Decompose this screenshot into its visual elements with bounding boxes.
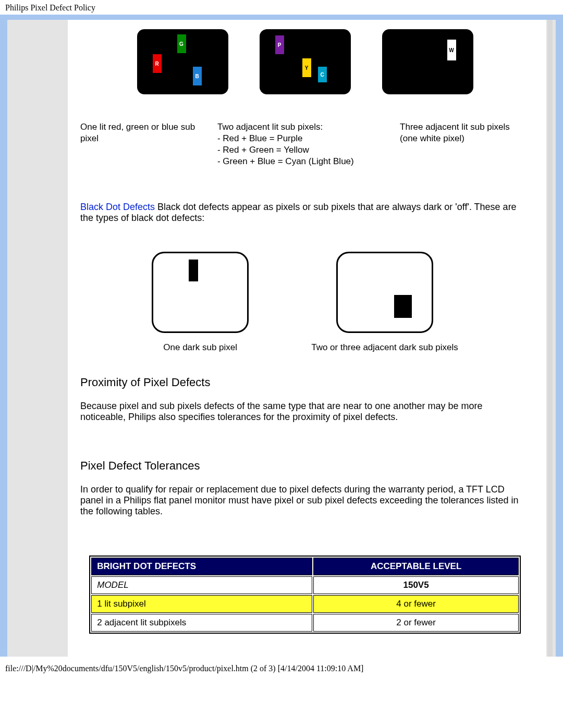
black-dot-paragraph: Black Dot Defects Black dot defects appe… bbox=[80, 202, 530, 224]
black-dot-defects-link[interactable]: Black Dot Defects bbox=[80, 202, 155, 212]
cell-row2-a: 2 adjacent lit subpixels bbox=[91, 614, 312, 632]
table-header-row: BRIGHT DOT DEFECTS ACCEPTABLE LEVEL bbox=[91, 558, 519, 575]
cell-row2-b: 2 or fewer bbox=[313, 614, 518, 632]
pixel-y-label: Y bbox=[305, 65, 309, 71]
pixel-r: R bbox=[153, 54, 162, 73]
tolerance-table: BRIGHT DOT DEFECTS ACCEPTABLE LEVEL MODE… bbox=[89, 556, 521, 634]
pixel-p: P bbox=[275, 35, 284, 54]
proximity-heading: Proximity of Pixel Defects bbox=[80, 376, 530, 389]
bright-dot-figure-row: R G B P Y C W bbox=[80, 20, 530, 101]
browser-tab-title: Philips Pixel Defect Policy bbox=[0, 0, 563, 14]
th-bright-dot: BRIGHT DOT DEFECTS bbox=[91, 558, 312, 575]
proximity-text: Because pixel and sub pixels defects of … bbox=[80, 401, 530, 423]
bright-dot-screen-rgb: R G B bbox=[137, 29, 228, 94]
dark-pixel-large bbox=[394, 295, 412, 318]
pixel-g: G bbox=[177, 34, 186, 53]
pixel-b-label: B bbox=[195, 73, 199, 79]
dark-dot-col-2: Two or three adjacent dark sub pixels bbox=[311, 252, 458, 353]
tolerances-heading: Pixel Defect Tolerances bbox=[80, 459, 530, 473]
caption-rgb: One lit red, green or blue sub pixel bbox=[80, 121, 210, 167]
outer-blue-frame: R G B P Y C W One lit bbox=[0, 15, 563, 657]
page-footer-path: file:///D|/My%20documents/dfu/150V5/engl… bbox=[0, 657, 563, 678]
cell-row1-a: 1 lit subpixel bbox=[91, 595, 312, 613]
dark-dot-caption-2: Two or three adjacent dark sub pixels bbox=[311, 342, 458, 353]
dark-dot-screen-2 bbox=[336, 252, 433, 333]
pixel-c: C bbox=[318, 67, 327, 82]
pixel-y: Y bbox=[302, 58, 311, 77]
document-card: R G B P Y C W One lit bbox=[68, 20, 546, 657]
document-content: R G B P Y C W One lit bbox=[68, 20, 542, 657]
table-row: MODEL 150V5 bbox=[91, 576, 519, 594]
th-acceptable: ACCEPTABLE LEVEL bbox=[313, 558, 518, 575]
table-row: 1 lit subpixel 4 or fewer bbox=[91, 595, 519, 613]
bottom-spacer bbox=[80, 634, 530, 657]
table-row: 2 adjacent lit subpixels 2 or fewer bbox=[91, 614, 519, 632]
gray-panel: R G B P Y C W One lit bbox=[7, 20, 556, 657]
pixel-p-label: P bbox=[278, 42, 282, 48]
pixel-w-label: W bbox=[449, 47, 454, 53]
pixel-b: B bbox=[193, 67, 202, 85]
pixel-r-label: R bbox=[155, 61, 158, 67]
tolerances-text: In order to qualify for repair or replac… bbox=[80, 484, 530, 517]
bright-dot-caption-row: One lit red, green or blue sub pixel Two… bbox=[80, 101, 530, 178]
pixel-c-label: C bbox=[320, 72, 324, 78]
cell-row1-b: 4 or fewer bbox=[313, 595, 518, 613]
caption-w: Three adjacent lit sub pixels (one white… bbox=[400, 121, 530, 167]
scrollbar[interactable] bbox=[547, 20, 553, 657]
pixel-w: W bbox=[447, 40, 456, 60]
dark-dot-caption-1: One dark sub pixel bbox=[163, 342, 237, 353]
cell-model-label: MODEL bbox=[91, 576, 312, 594]
dark-dot-col-1: One dark sub pixel bbox=[152, 252, 249, 353]
tolerance-table-wrap: BRIGHT DOT DEFECTS ACCEPTABLE LEVEL MODE… bbox=[80, 556, 530, 634]
bright-dot-screen-pyc: P Y C bbox=[260, 29, 351, 94]
dark-dot-screen-1 bbox=[152, 252, 249, 333]
dark-dot-figure-row: One dark sub pixel Two or three adjacent… bbox=[80, 233, 530, 358]
dark-pixel-small bbox=[189, 260, 198, 281]
bright-dot-screen-w: W bbox=[382, 29, 473, 94]
pixel-g-label: G bbox=[179, 41, 183, 47]
caption-pyc: Two adjacent lit sub pixels: - Red + Blu… bbox=[217, 121, 393, 167]
cell-model-value: 150V5 bbox=[313, 576, 518, 594]
